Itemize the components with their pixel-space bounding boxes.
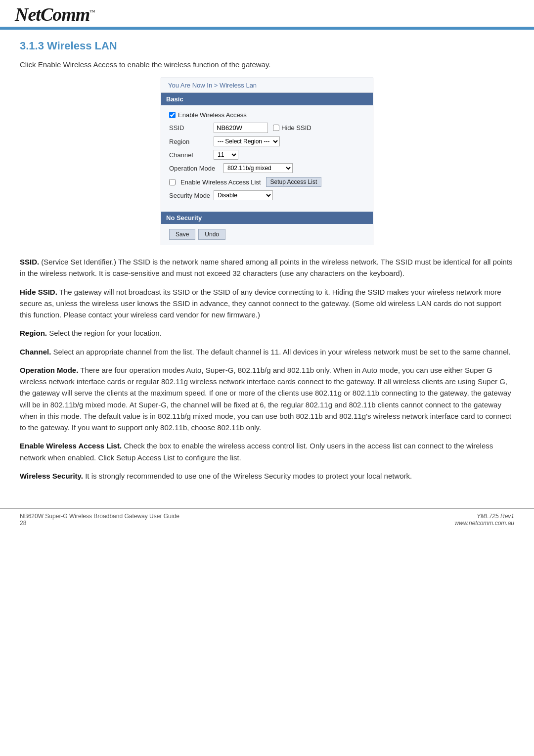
access-list-row: Enable Wireless Access List Setup Access… <box>169 177 365 187</box>
operation-mode-row: Operation Mode 802.11b/g mixed <box>169 163 365 173</box>
logo-net: Net <box>15 4 41 25</box>
access-list-checkbox[interactable] <box>169 179 176 185</box>
wireless-security-desc-text: It is strongly recommended to use one of… <box>85 472 412 480</box>
enable-wireless-label: Enable Wireless Access <box>178 111 247 119</box>
panel-breadcrumb: You Are Now In > Wireless Lan <box>161 78 373 93</box>
section-title-text: Wireless LAN <box>47 40 117 52</box>
security-mode-label: Security Mode <box>169 192 214 199</box>
hide-ssid-desc-para: Hide SSID. The gateway will not broadcas… <box>20 286 514 321</box>
channel-select[interactable]: 11 <box>214 150 238 160</box>
header: NetComm™ <box>0 0 534 28</box>
operation-mode-desc-para: Operation Mode. There are four operation… <box>20 364 514 434</box>
operation-mode-select[interactable]: 802.11b/g mixed <box>223 163 293 173</box>
region-row: Region --- Select Region --- <box>169 136 365 146</box>
operation-mode-desc-bold: Operation Mode. <box>20 366 78 374</box>
hide-ssid-desc-text: The gateway will not broadcast its SSID … <box>20 288 501 319</box>
logo-area: NetComm™ <box>15 5 94 24</box>
intro-text: Click Enable Wireless Access to enable t… <box>20 60 514 69</box>
ssid-row: SSID Hide SSID <box>169 123 365 133</box>
region-select[interactable]: --- Select Region --- <box>214 136 280 146</box>
logo-tm: ™ <box>89 9 94 15</box>
section-title: 3.1.3 Wireless LAN <box>20 40 514 52</box>
hide-ssid-checkbox[interactable] <box>273 125 279 131</box>
logo-comm: Comm <box>41 4 89 25</box>
hide-ssid-desc-bold: Hide SSID. <box>20 288 57 296</box>
save-button[interactable]: Save <box>169 229 195 240</box>
footer-rev: YML725 Rev1 <box>477 513 514 520</box>
channel-row: Channel 11 <box>169 150 365 160</box>
channel-desc-para: Channel. Select an appropriate channel f… <box>20 346 514 357</box>
page-content: 3.1.3 Wireless LAN Click Enable Wireless… <box>0 30 534 498</box>
wireless-security-desc-para: Wireless Security. It is strongly recomm… <box>20 470 514 482</box>
ssid-desc-bold: SSID. <box>20 258 39 266</box>
operation-mode-desc-text: There are four operation modes Auto, Sup… <box>20 366 511 432</box>
enable-wireless-checkbox[interactable] <box>169 112 176 118</box>
ssid-desc-text: (Service Set Identifier.) The SSID is th… <box>20 258 513 277</box>
channel-label: Channel <box>169 151 214 159</box>
operation-mode-label: Operation Mode <box>169 165 223 172</box>
wireless-lan-panel: You Are Now In > Wireless Lan Basic Enab… <box>161 78 373 245</box>
basic-section-body: Enable Wireless Access SSID Hide SSID Re… <box>161 105 373 208</box>
enable-wireless-row: Enable Wireless Access <box>169 111 365 119</box>
region-desc-bold: Region. <box>20 329 47 337</box>
region-desc-text: Select the region for your location. <box>49 329 162 337</box>
security-mode-row: Security Mode Disable <box>169 190 365 200</box>
section-number: 3.1.3 <box>20 40 44 52</box>
basic-section-bar: Basic <box>161 93 373 105</box>
footer-doc-title: NB620W Super-G Wireless Broadband Gatewa… <box>20 513 179 520</box>
ssid-input[interactable] <box>214 123 268 133</box>
region-label: Region <box>169 138 214 145</box>
footer-website: www.netcomm.com.au <box>454 520 514 527</box>
security-mode-select[interactable]: Disable <box>214 190 273 200</box>
footer-page-number: 28 <box>20 520 26 527</box>
wireless-security-desc-bold: Wireless Security. <box>20 472 83 480</box>
ssid-desc-para: SSID. (Service Set Identifier.) The SSID… <box>20 256 514 279</box>
hide-ssid-label: Hide SSID <box>281 124 312 132</box>
hide-ssid-group: Hide SSID <box>273 124 312 132</box>
ssid-label: SSID <box>169 124 214 132</box>
no-security-bar: No Security <box>161 212 373 224</box>
undo-button[interactable]: Undo <box>198 229 225 240</box>
access-list-desc-para: Enable Wireless Access List. Check the b… <box>20 440 514 463</box>
setup-access-list-button[interactable]: Setup Access List <box>266 177 322 187</box>
logo: NetComm™ <box>15 5 94 24</box>
footer-right: YML725 Rev1 www.netcomm.com.au <box>454 513 514 527</box>
access-list-label: Enable Wireless Access List <box>180 178 261 186</box>
region-desc-para: Region. Select the region for your locat… <box>20 327 514 339</box>
access-list-desc-bold: Enable Wireless Access List. <box>20 442 122 450</box>
footer: NB620W Super-G Wireless Broadband Gatewa… <box>0 508 534 531</box>
panel-buttons: Save Undo <box>161 224 373 245</box>
channel-desc-text: Select an appropriate channel from the l… <box>53 348 511 356</box>
description-section: SSID. (Service Set Identifier.) The SSID… <box>20 256 514 482</box>
footer-left: NB620W Super-G Wireless Broadband Gatewa… <box>20 513 179 527</box>
channel-desc-bold: Channel. <box>20 348 51 356</box>
